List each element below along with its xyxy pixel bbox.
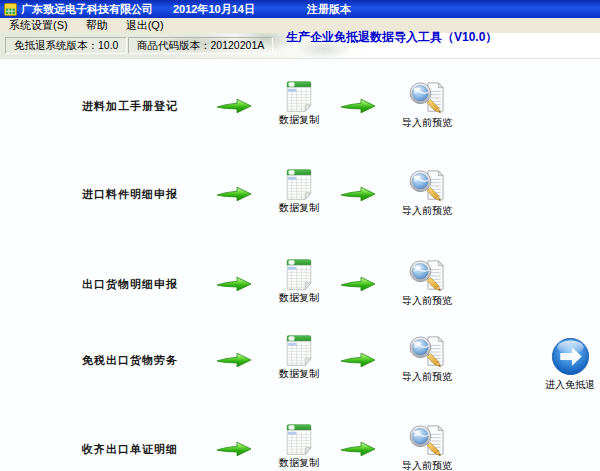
page-title: 生产企业免抵退数据导入工具（V10.0） xyxy=(286,29,497,46)
data-copy-button[interactable]: 数据复制 xyxy=(270,81,328,127)
menu-help[interactable]: 帮助 xyxy=(77,18,117,33)
data-copy-label: 数据复制 xyxy=(270,201,328,215)
spreadsheet-icon xyxy=(286,169,312,200)
green-arrow-icon xyxy=(216,352,252,368)
spreadsheet-icon xyxy=(286,81,312,112)
green-arrow-icon xyxy=(216,186,252,202)
preview-button[interactable]: 导入前预览 xyxy=(394,81,460,130)
data-copy-label: 数据复制 xyxy=(270,113,328,127)
menu-system-settings[interactable]: 系统设置(S) xyxy=(0,18,77,33)
task-row: 进口料件明细申报 数据复制 导入前预览 xyxy=(0,164,600,222)
green-arrow-icon xyxy=(340,276,376,292)
data-copy-button[interactable]: 数据复制 xyxy=(270,335,328,381)
magnifier-document-icon xyxy=(408,81,446,115)
data-copy-label: 数据复制 xyxy=(270,291,328,305)
preview-button[interactable]: 导入前预览 xyxy=(394,259,460,308)
green-arrow-icon xyxy=(340,352,376,368)
title-bar: 广东致远电子科技有限公司 2012年10月14日 注册版本 xyxy=(0,0,600,18)
task-label: 进口料件明细申报 xyxy=(82,187,178,202)
task-row: 免税出口货物劳务 数据复制 导入前预览 xyxy=(0,330,600,388)
data-copy-button[interactable]: 数据复制 xyxy=(270,424,328,470)
data-copy-label: 数据复制 xyxy=(270,367,328,381)
preview-button[interactable]: 导入前预览 xyxy=(394,335,460,384)
task-label: 收齐出口单证明细 xyxy=(82,442,178,457)
spreadsheet-icon xyxy=(286,424,312,455)
data-copy-label: 数据复制 xyxy=(270,456,328,470)
preview-button[interactable]: 导入前预览 xyxy=(394,424,460,471)
data-copy-button[interactable]: 数据复制 xyxy=(270,169,328,215)
spreadsheet-icon xyxy=(286,335,312,366)
magnifier-document-icon xyxy=(408,169,446,203)
preview-button[interactable]: 导入前预览 xyxy=(394,169,460,218)
preview-label: 导入前预览 xyxy=(394,370,460,384)
green-arrow-icon xyxy=(216,276,252,292)
task-row: 进料加工手册登记 数据复制 导入前预览 xyxy=(0,76,600,134)
enter-button-label: 进入免抵退 xyxy=(540,378,600,392)
green-arrow-icon xyxy=(216,98,252,114)
magnifier-document-icon xyxy=(408,424,446,458)
app-window: 广东致远电子科技有限公司 2012年10月14日 注册版本 系统设置(S) 帮助… xyxy=(0,0,600,471)
product-code-version-label: 商品代码版本：20120201A xyxy=(128,37,273,54)
preview-label: 导入前预览 xyxy=(394,116,460,130)
app-icon xyxy=(4,3,17,16)
preview-label: 导入前预览 xyxy=(394,204,460,218)
preview-label: 导入前预览 xyxy=(394,459,460,471)
data-copy-button[interactable]: 数据复制 xyxy=(270,259,328,305)
green-arrow-icon xyxy=(216,441,252,457)
menu-exit[interactable]: 退出(Q) xyxy=(117,18,173,33)
magnifier-document-icon xyxy=(408,259,446,293)
task-label: 免税出口货物劳务 xyxy=(82,353,178,368)
green-arrow-icon xyxy=(340,441,376,457)
window-title-company: 广东致远电子科技有限公司 xyxy=(21,2,153,17)
enter-circle-arrow-icon xyxy=(551,337,590,376)
green-arrow-icon xyxy=(340,98,376,114)
green-arrow-icon xyxy=(340,186,376,202)
window-title-edition: 注册版本 xyxy=(307,2,351,17)
preview-label: 导入前预览 xyxy=(394,294,460,308)
task-row: 收齐出口单证明细 数据复制 导入前预览 xyxy=(0,419,600,471)
magnifier-document-icon xyxy=(408,335,446,369)
task-label: 出口货物明细申报 xyxy=(82,277,178,292)
window-title-date: 2012年10月14日 xyxy=(173,2,255,17)
enter-tax-system-button[interactable]: 进入免抵退 xyxy=(540,337,600,392)
task-label: 进料加工手册登记 xyxy=(82,99,178,114)
system-version-label: 免抵退系统版本：10.0 xyxy=(5,37,127,54)
spreadsheet-icon xyxy=(286,259,312,290)
task-row: 出口货物明细申报 数据复制 导入前预览 xyxy=(0,254,600,312)
